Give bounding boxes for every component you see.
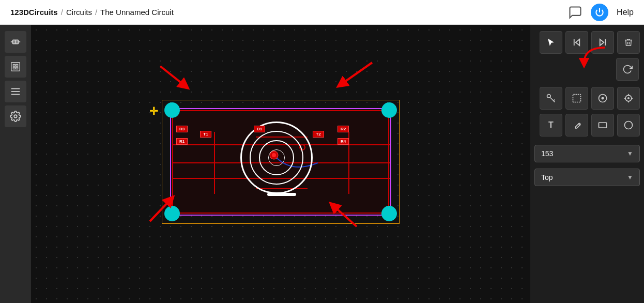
canvas-area[interactable]: R3 R1 T1 D1 T2 R2 R4 ✛	[31, 25, 530, 303]
delete-button[interactable]	[617, 31, 640, 54]
rotate-row	[534, 58, 640, 81]
rect-tool-button[interactable]	[591, 114, 614, 137]
layer-dropdown[interactable]: Top ▼	[534, 169, 640, 186]
header-right: Help	[568, 4, 634, 21]
crosshair-tool-button[interactable]	[617, 87, 640, 110]
zoom-value: 153	[541, 149, 553, 158]
arrow-tr	[315, 53, 388, 100]
dashed-rect-tool-button[interactable]	[565, 87, 588, 110]
svg-line-26	[160, 66, 185, 86]
svg-point-49	[625, 122, 633, 129]
circuits-link[interactable]: Circuits	[66, 8, 92, 17]
svg-point-41	[602, 97, 603, 99]
component-T2: T2	[313, 131, 324, 138]
component-R2: R2	[338, 126, 349, 132]
sidebar-item-settings[interactable]	[5, 105, 26, 127]
svg-rect-10	[16, 67, 18, 69]
svg-point-14	[14, 115, 17, 118]
power-button[interactable]	[591, 4, 608, 21]
arrow-bl	[134, 180, 196, 232]
tools-row-2: T	[534, 114, 640, 137]
circle-tool-button[interactable]	[617, 114, 640, 137]
sep1: /	[61, 8, 63, 17]
circuit-name[interactable]: The Unnamed Circuit	[100, 8, 174, 17]
svg-rect-39	[573, 95, 581, 102]
zoom-dropdown-arrow: ▼	[627, 150, 633, 157]
svg-point-38	[547, 95, 551, 98]
svg-line-32	[333, 206, 357, 226]
arrow-br	[305, 185, 377, 237]
svg-rect-7	[13, 64, 15, 66]
sidebar-item-layers[interactable]	[5, 81, 26, 102]
layer-value: Top	[541, 173, 553, 181]
zoom-dropdown[interactable]: 153 ▼	[534, 145, 640, 162]
arrow-tl	[150, 56, 202, 97]
layer-dropdown-arrow: ▼	[627, 174, 633, 181]
resize-handle-br[interactable]	[381, 206, 397, 221]
rotate-hint-arrow	[574, 42, 615, 73]
help-link[interactable]: Help	[617, 8, 634, 17]
text-tool-button[interactable]: T	[540, 114, 562, 137]
component-R3: R3	[176, 126, 188, 132]
svg-rect-9	[13, 67, 15, 69]
sidebar-item-components[interactable]	[5, 31, 26, 53]
sidebar-item-pcb[interactable]	[5, 56, 26, 78]
crosshair-marker: ✛	[149, 105, 158, 117]
chat-icon[interactable]	[568, 5, 582, 20]
brand-link[interactable]: 123DCircuits	[10, 8, 58, 17]
right-panel: T 153 ▼ Top ▼	[530, 25, 644, 303]
select-tool-button[interactable]	[540, 31, 562, 54]
rotate-button[interactable]	[616, 58, 639, 81]
pen-tool-button[interactable]	[565, 114, 588, 137]
circle-dot-tool-button[interactable]	[591, 87, 614, 110]
tools-row-1	[534, 87, 640, 110]
component-R1: R1	[176, 138, 188, 145]
resize-handle-tr[interactable]	[381, 102, 397, 118]
component-R4: R4	[338, 138, 349, 145]
coil-inner	[268, 149, 285, 166]
svg-rect-8	[16, 64, 18, 66]
header: 123DCircuits / Circuits / The Unnamed Ci…	[0, 0, 644, 25]
layer-dropdown-container: Top ▼	[534, 169, 640, 186]
breadcrumb: 123DCircuits / Circuits / The Unnamed Ci…	[10, 8, 174, 17]
left-sidebar	[0, 25, 31, 303]
component-D1: D1	[254, 126, 265, 132]
sep2: /	[95, 8, 97, 17]
resize-handle-tl[interactable]	[164, 102, 180, 118]
coil-base	[267, 193, 296, 196]
svg-line-30	[150, 200, 171, 221]
svg-rect-48	[599, 123, 607, 128]
component-T1: T1	[200, 131, 211, 138]
key-tool-button[interactable]	[540, 87, 562, 110]
svg-line-28	[341, 63, 372, 84]
zoom-dropdown-container: 153 ▼	[534, 145, 640, 162]
svg-rect-6	[11, 63, 20, 71]
svg-point-47	[628, 98, 630, 99]
